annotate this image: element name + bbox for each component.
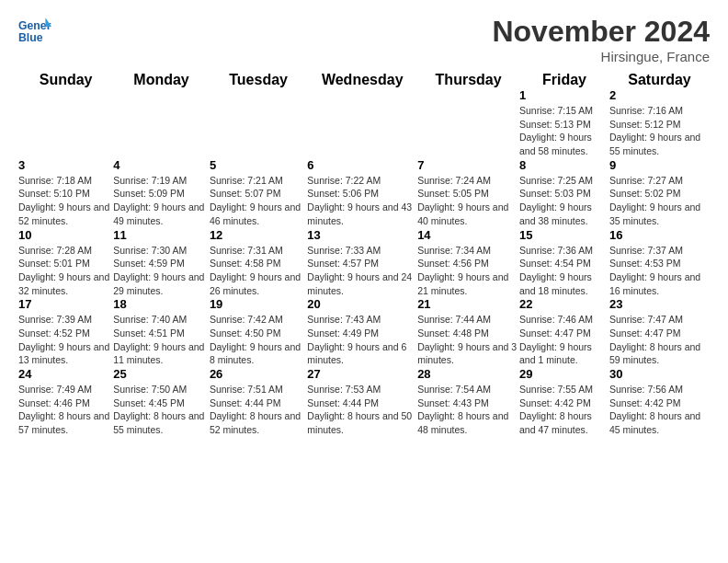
day-number: 12 [210, 228, 307, 242]
day-info: Sunrise: 7:22 AM Sunset: 5:06 PM Dayligh… [307, 174, 417, 228]
day-info: Sunrise: 7:47 AM Sunset: 4:47 PM Dayligh… [609, 313, 710, 367]
calendar-cell: 9Sunrise: 7:27 AM Sunset: 5:02 PM Daylig… [609, 158, 710, 228]
day-number: 19 [210, 297, 307, 311]
calendar-cell: 25Sunrise: 7:50 AM Sunset: 4:45 PM Dayli… [113, 367, 210, 437]
calendar-cell: 27Sunrise: 7:53 AM Sunset: 4:44 PM Dayli… [307, 367, 417, 437]
day-number: 7 [417, 158, 519, 172]
day-number: 25 [113, 367, 210, 381]
calendar-cell: 23Sunrise: 7:47 AM Sunset: 4:47 PM Dayli… [609, 297, 710, 367]
day-info: Sunrise: 7:27 AM Sunset: 5:02 PM Dayligh… [609, 174, 710, 228]
title-section: November 2024 Hirsingue, France [492, 15, 710, 64]
calendar-cell: 7Sunrise: 7:24 AM Sunset: 5:05 PM Daylig… [417, 158, 519, 228]
day-number: 13 [307, 228, 417, 242]
calendar-header: SundayMondayTuesdayWednesdayThursdayFrid… [18, 72, 710, 88]
day-info: Sunrise: 7:40 AM Sunset: 4:51 PM Dayligh… [113, 313, 210, 367]
calendar-week-row: 3Sunrise: 7:18 AM Sunset: 5:10 PM Daylig… [18, 158, 710, 228]
day-info: Sunrise: 7:55 AM Sunset: 4:42 PM Dayligh… [519, 383, 609, 437]
day-info: Sunrise: 7:56 AM Sunset: 4:42 PM Dayligh… [609, 383, 710, 437]
day-info: Sunrise: 7:36 AM Sunset: 4:54 PM Dayligh… [519, 244, 609, 298]
day-number: 26 [210, 367, 307, 381]
day-number: 11 [113, 228, 210, 242]
day-info: Sunrise: 7:49 AM Sunset: 4:46 PM Dayligh… [18, 383, 113, 437]
calendar-body: 1Sunrise: 7:15 AM Sunset: 5:13 PM Daylig… [18, 88, 710, 437]
day-info: Sunrise: 7:25 AM Sunset: 5:03 PM Dayligh… [519, 174, 609, 228]
day-number: 8 [519, 158, 609, 172]
svg-text:Blue: Blue [18, 31, 43, 44]
day-info: Sunrise: 7:42 AM Sunset: 4:50 PM Dayligh… [210, 313, 307, 367]
calendar-table: SundayMondayTuesdayWednesdayThursdayFrid… [18, 72, 710, 437]
calendar-cell: 14Sunrise: 7:34 AM Sunset: 4:56 PM Dayli… [417, 228, 519, 298]
calendar-cell [417, 88, 519, 158]
day-info: Sunrise: 7:53 AM Sunset: 4:44 PM Dayligh… [307, 383, 417, 437]
weekday-header: Monday [113, 72, 210, 88]
day-number: 3 [18, 158, 113, 172]
calendar-cell [307, 88, 417, 158]
day-info: Sunrise: 7:33 AM Sunset: 4:57 PM Dayligh… [307, 244, 417, 298]
day-number: 20 [307, 297, 417, 311]
weekday-header: Sunday [18, 72, 113, 88]
calendar-cell: 16Sunrise: 7:37 AM Sunset: 4:53 PM Dayli… [609, 228, 710, 298]
day-info: Sunrise: 7:21 AM Sunset: 5:07 PM Dayligh… [210, 174, 307, 228]
day-info: Sunrise: 7:39 AM Sunset: 4:52 PM Dayligh… [18, 313, 113, 367]
calendar-cell: 4Sunrise: 7:19 AM Sunset: 5:09 PM Daylig… [113, 158, 210, 228]
calendar-week-row: 24Sunrise: 7:49 AM Sunset: 4:46 PM Dayli… [18, 367, 710, 437]
day-number: 6 [307, 158, 417, 172]
page-header: General Blue November 2024 Hirsingue, Fr… [0, 0, 728, 72]
day-number: 16 [609, 228, 710, 242]
day-number: 4 [113, 158, 210, 172]
day-info: Sunrise: 7:18 AM Sunset: 5:10 PM Dayligh… [18, 174, 113, 228]
day-info: Sunrise: 7:54 AM Sunset: 4:43 PM Dayligh… [417, 383, 519, 437]
day-info: Sunrise: 7:37 AM Sunset: 4:53 PM Dayligh… [609, 244, 710, 298]
day-info: Sunrise: 7:30 AM Sunset: 4:59 PM Dayligh… [113, 244, 210, 298]
calendar-week-row: 1Sunrise: 7:15 AM Sunset: 5:13 PM Daylig… [18, 88, 710, 158]
calendar-cell: 12Sunrise: 7:31 AM Sunset: 4:58 PM Dayli… [210, 228, 307, 298]
day-info: Sunrise: 7:19 AM Sunset: 5:09 PM Dayligh… [113, 174, 210, 228]
calendar-cell: 29Sunrise: 7:55 AM Sunset: 4:42 PM Dayli… [519, 367, 609, 437]
calendar-cell [18, 88, 113, 158]
weekday-header: Saturday [609, 72, 710, 88]
day-info: Sunrise: 7:28 AM Sunset: 5:01 PM Dayligh… [18, 244, 113, 298]
day-info: Sunrise: 7:43 AM Sunset: 4:49 PM Dayligh… [307, 313, 417, 367]
day-number: 22 [519, 297, 609, 311]
calendar-cell: 22Sunrise: 7:46 AM Sunset: 4:47 PM Dayli… [519, 297, 609, 367]
calendar-cell: 17Sunrise: 7:39 AM Sunset: 4:52 PM Dayli… [18, 297, 113, 367]
calendar-cell: 8Sunrise: 7:25 AM Sunset: 5:03 PM Daylig… [519, 158, 609, 228]
weekday-row: SundayMondayTuesdayWednesdayThursdayFrid… [18, 72, 710, 88]
calendar-cell: 26Sunrise: 7:51 AM Sunset: 4:44 PM Dayli… [210, 367, 307, 437]
weekday-header: Wednesday [307, 72, 417, 88]
calendar-cell: 20Sunrise: 7:43 AM Sunset: 4:49 PM Dayli… [307, 297, 417, 367]
day-number: 21 [417, 297, 519, 311]
calendar-cell: 15Sunrise: 7:36 AM Sunset: 4:54 PM Dayli… [519, 228, 609, 298]
day-number: 14 [417, 228, 519, 242]
calendar-cell: 18Sunrise: 7:40 AM Sunset: 4:51 PM Dayli… [113, 297, 210, 367]
location: Hirsingue, France [492, 49, 710, 64]
day-info: Sunrise: 7:24 AM Sunset: 5:05 PM Dayligh… [417, 174, 519, 228]
day-number: 5 [210, 158, 307, 172]
calendar-cell: 11Sunrise: 7:30 AM Sunset: 4:59 PM Dayli… [113, 228, 210, 298]
day-info: Sunrise: 7:15 AM Sunset: 5:13 PM Dayligh… [519, 104, 609, 158]
weekday-header: Thursday [417, 72, 519, 88]
day-number: 2 [609, 88, 710, 102]
weekday-header: Friday [519, 72, 609, 88]
day-info: Sunrise: 7:51 AM Sunset: 4:44 PM Dayligh… [210, 383, 307, 437]
day-info: Sunrise: 7:31 AM Sunset: 4:58 PM Dayligh… [210, 244, 307, 298]
day-number: 23 [609, 297, 710, 311]
day-number: 10 [18, 228, 113, 242]
calendar-week-row: 17Sunrise: 7:39 AM Sunset: 4:52 PM Dayli… [18, 297, 710, 367]
day-number: 28 [417, 367, 519, 381]
day-info: Sunrise: 7:16 AM Sunset: 5:12 PM Dayligh… [609, 104, 710, 158]
day-info: Sunrise: 7:44 AM Sunset: 4:48 PM Dayligh… [417, 313, 519, 367]
calendar-cell: 10Sunrise: 7:28 AM Sunset: 5:01 PM Dayli… [18, 228, 113, 298]
calendar-cell: 24Sunrise: 7:49 AM Sunset: 4:46 PM Dayli… [18, 367, 113, 437]
day-number: 27 [307, 367, 417, 381]
day-info: Sunrise: 7:34 AM Sunset: 4:56 PM Dayligh… [417, 244, 519, 298]
calendar-cell [210, 88, 307, 158]
month-title: November 2024 [492, 15, 710, 49]
logo-icon: General Blue [18, 15, 51, 48]
day-number: 18 [113, 297, 210, 311]
day-info: Sunrise: 7:46 AM Sunset: 4:47 PM Dayligh… [519, 313, 609, 367]
calendar-cell: 19Sunrise: 7:42 AM Sunset: 4:50 PM Dayli… [210, 297, 307, 367]
day-number: 30 [609, 367, 710, 381]
logo: General Blue [18, 15, 55, 48]
calendar-cell: 21Sunrise: 7:44 AM Sunset: 4:48 PM Dayli… [417, 297, 519, 367]
